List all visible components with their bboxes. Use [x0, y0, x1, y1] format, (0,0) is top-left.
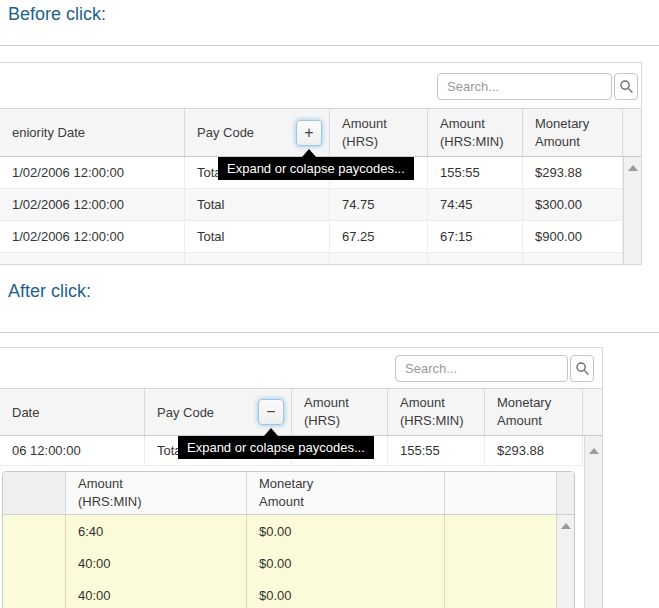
- cell-value: 74:45: [440, 197, 473, 212]
- collapse-paycodes-button[interactable]: −: [258, 399, 284, 425]
- scroll-up-icon[interactable]: [628, 165, 638, 171]
- cell-amount-hrs-min: 40:00: [65, 547, 246, 579]
- subtable-header-row: Amount (HRS:MIN) Monetary Amount: [3, 472, 574, 515]
- column-header-label: Amount (HRS): [304, 394, 382, 429]
- column-header-label: Amount (HRS): [342, 115, 420, 150]
- after-table: Date Pay Code − Amount (HRS) Amount (HRS…: [0, 347, 603, 608]
- search-button[interactable]: [570, 355, 594, 382]
- column-header-label: Amount (HRS:MIN): [400, 394, 478, 429]
- column-header-amount-hrs[interactable]: Amount (HRS): [329, 109, 427, 156]
- column-header-seniority-date[interactable]: eniority Date: [0, 109, 184, 156]
- cell-value: Total: [197, 197, 224, 212]
- scroll-up-icon[interactable]: [561, 523, 571, 529]
- cell-pay-code: Total: [184, 189, 329, 220]
- vertical-scrollbar[interactable]: [623, 157, 641, 264]
- column-header-label: Amount (HRS:MIN): [440, 115, 518, 150]
- cell-value: 06 12:00:00: [12, 443, 81, 458]
- after-table-toolbar: [0, 348, 602, 389]
- cell-amount-hrs-min: 155:55: [427, 157, 522, 188]
- column-header-amount-hrs[interactable]: Amount (HRS): [291, 389, 387, 435]
- cell-value: 1/02/2006 12:00:00: [12, 197, 124, 212]
- section-divider: [0, 45, 659, 46]
- subtable-row[interactable]: 6:40 $0.00: [3, 515, 574, 547]
- cell-seniority-date: 1/02/2006 12:00:00: [0, 221, 184, 252]
- column-header-monetary-amount[interactable]: Monetary Amount: [522, 109, 622, 156]
- cell-value: 155:55: [440, 165, 480, 180]
- column-header-amount-hrs-min[interactable]: Amount (HRS:MIN): [387, 389, 484, 435]
- cell-value: 88.00: [342, 261, 375, 265]
- scroll-up-icon[interactable]: [589, 448, 599, 454]
- after-table-header-row: Date Pay Code − Amount (HRS) Amount (HRS…: [0, 389, 602, 436]
- column-header-monetary-amount[interactable]: Monetary Amount: [246, 472, 444, 514]
- cell-pay-code: Total: [184, 253, 329, 265]
- column-header-monetary-amount[interactable]: Monetary Amount: [484, 389, 582, 435]
- cell-amount-hrs-min: 88:00: [427, 253, 522, 265]
- column-header-amount-hrs-min[interactable]: Amount (HRS:MIN): [427, 109, 522, 156]
- vertical-scrollbar[interactable]: [584, 436, 602, 608]
- header-spacer: [582, 389, 602, 435]
- header-spacer: [444, 472, 556, 514]
- cell-monetary-amount: $293.88: [522, 157, 622, 188]
- column-header-label: Amount (HRS:MIN): [78, 475, 156, 510]
- header-spacer: [622, 109, 641, 156]
- cell-monetary-amount: $293.88: [484, 436, 582, 465]
- before-heading: Before click:: [8, 4, 106, 25]
- cell-value: 6:40: [78, 524, 103, 539]
- column-header-label: Monetary Amount: [535, 115, 613, 150]
- header-spacer: [3, 472, 65, 514]
- subtable-vertical-scrollbar[interactable]: [556, 515, 574, 608]
- cell-monetary-amount: $1,562.50: [522, 253, 622, 265]
- cell-spacer: [444, 579, 574, 608]
- column-header-label: eniority Date: [12, 125, 85, 140]
- table-row[interactable]: 1/02/2006 12:00:00 Total 74.75 74:45 $30…: [0, 189, 641, 221]
- subtable-row[interactable]: 40:00 $0.00: [3, 547, 574, 579]
- column-header-label: Monetary Amount: [259, 475, 337, 510]
- cell-value: 1/02/2006 12:00:00: [12, 261, 124, 265]
- header-spacer: [556, 472, 574, 514]
- search-input[interactable]: [395, 355, 568, 382]
- search-icon: [619, 79, 634, 94]
- cell-value: 74.75: [342, 197, 375, 212]
- tooltip-arrow: [302, 149, 316, 157]
- cell-value: 155:55: [400, 443, 440, 458]
- cell-amount-hrs: 67.25: [329, 221, 427, 252]
- cell-value: $300.00: [535, 197, 582, 212]
- cell-amount-hrs: 88.00: [329, 253, 427, 265]
- column-header-label: Pay Code: [197, 125, 254, 140]
- cell-value: 40:00: [78, 588, 111, 603]
- cell-seniority-date: 1/02/2006 12:00:00: [0, 253, 184, 265]
- subtable-row[interactable]: 40:00 $0.00: [3, 579, 574, 608]
- after-heading: After click:: [8, 281, 91, 302]
- search-icon: [575, 361, 590, 376]
- cell-value: 88:00: [440, 261, 473, 265]
- cell-spacer: [3, 579, 65, 608]
- cell-seniority-date: 1/02/2006 12:00:00: [0, 189, 184, 220]
- cell-value: $1,562.50: [535, 261, 593, 265]
- cell-monetary-amount: $0.00: [246, 579, 444, 608]
- cell-value: $293.88: [535, 165, 582, 180]
- search-button[interactable]: [614, 73, 638, 100]
- column-header-label: Pay Code: [157, 405, 214, 420]
- column-header-date[interactable]: Date: [0, 389, 144, 435]
- cell-monetary-amount: $300.00: [522, 189, 622, 220]
- cell-value: 40:00: [78, 556, 111, 571]
- cell-monetary-amount: $900.00: [522, 221, 622, 252]
- cell-spacer: [444, 515, 574, 547]
- cell-value: $900.00: [535, 229, 582, 244]
- search-input[interactable]: [437, 73, 612, 100]
- cell-amount-hrs-min: 6:40: [65, 515, 246, 547]
- paycodes-subtable: Amount (HRS:MIN) Monetary Amount 6:40 $0…: [2, 471, 575, 608]
- column-header-amount-hrs-min[interactable]: Amount (HRS:MIN): [65, 472, 246, 514]
- before-table-header-row: eniority Date Pay Code + Amount (HRS) Am…: [0, 109, 641, 157]
- cell-amount-hrs: 74.75: [329, 189, 427, 220]
- cell-seniority-date: 06 12:00:00: [0, 436, 144, 465]
- cell-amount-hrs-min: 155:55: [387, 436, 484, 465]
- page: Before click: eniority Date Pay Code + A…: [0, 0, 659, 608]
- cell-seniority-date: 1/02/2006 12:00:00: [0, 157, 184, 188]
- expand-paycodes-button[interactable]: +: [296, 120, 322, 146]
- table-row[interactable]: 1/02/2006 12:00:00 Total 67.25 67:15 $90…: [0, 221, 641, 253]
- table-row[interactable]: 1/02/2006 12:00:00 Total 88.00 88:00 $1,…: [0, 253, 641, 265]
- cell-value: 1/02/2006 12:00:00: [12, 165, 124, 180]
- cell-pay-code: Total: [184, 221, 329, 252]
- expand-paycodes-tooltip: Expand or colapse paycodes...: [178, 436, 374, 459]
